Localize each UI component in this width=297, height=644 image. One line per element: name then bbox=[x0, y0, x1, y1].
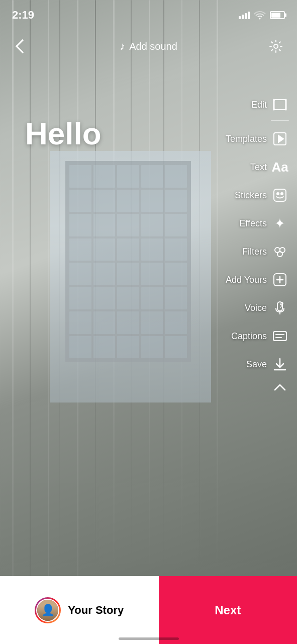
stickers-icon bbox=[271, 186, 289, 204]
next-label: Next bbox=[215, 603, 241, 617]
settings-icon bbox=[268, 39, 283, 54]
captions-tool[interactable]: Captions bbox=[228, 322, 292, 350]
effects-label: Effects bbox=[239, 218, 267, 229]
svg-rect-17 bbox=[273, 332, 286, 341]
edit-icon bbox=[271, 96, 289, 114]
effects-tool[interactable]: Effects ✦ bbox=[236, 209, 292, 237]
svg-point-0 bbox=[274, 44, 278, 48]
building-bg bbox=[65, 161, 191, 362]
svg-point-11 bbox=[277, 252, 282, 257]
text-icon: Aa bbox=[271, 158, 289, 176]
filters-icon bbox=[271, 243, 289, 261]
edit-tool[interactable]: Edit bbox=[248, 91, 292, 119]
filters-label: Filters bbox=[242, 247, 267, 257]
music-note-icon: ♪ bbox=[120, 40, 125, 53]
svg-point-8 bbox=[281, 193, 283, 195]
your-story-button[interactable]: 👤 Your Story bbox=[0, 576, 159, 644]
captions-label: Captions bbox=[231, 331, 267, 342]
svg-marker-5 bbox=[278, 135, 283, 142]
add-sound-label: Add sound bbox=[129, 41, 177, 52]
add-yours-tool[interactable]: Add Yours bbox=[223, 266, 292, 294]
templates-tool[interactable]: Templates bbox=[223, 125, 292, 153]
time-display: 2:19 bbox=[12, 9, 34, 22]
divider bbox=[271, 120, 289, 121]
text-tool[interactable]: Text Aa bbox=[247, 153, 292, 181]
text-label: Text bbox=[250, 162, 267, 173]
back-chevron-icon bbox=[16, 39, 30, 53]
next-button[interactable]: Next bbox=[159, 576, 298, 644]
save-tool[interactable]: Save bbox=[243, 350, 292, 378]
right-tools-panel: Edit Templates Text Aa Stickers bbox=[223, 91, 292, 396]
save-icon bbox=[271, 355, 289, 373]
add-yours-label: Add Yours bbox=[226, 275, 267, 285]
battery-icon bbox=[270, 11, 285, 19]
svg-rect-6 bbox=[274, 189, 286, 201]
add-sound-button[interactable]: ♪ Add sound bbox=[120, 40, 177, 53]
edit-label: Edit bbox=[251, 100, 267, 110]
settings-button[interactable] bbox=[265, 35, 287, 57]
collapse-tools-button[interactable] bbox=[271, 378, 289, 396]
voice-tool[interactable]: Voice bbox=[242, 294, 292, 322]
templates-label: Templates bbox=[226, 134, 267, 144]
stickers-tool[interactable]: Stickers bbox=[232, 181, 292, 209]
home-indicator bbox=[119, 637, 179, 640]
bottom-bar: 👤 Your Story Next bbox=[0, 576, 297, 644]
avatar-face: 👤 bbox=[37, 600, 58, 621]
add-yours-icon bbox=[271, 271, 289, 289]
svg-rect-1 bbox=[274, 100, 286, 110]
captions-icon bbox=[271, 327, 289, 345]
status-bar: 2:19 bbox=[0, 0, 297, 30]
back-button[interactable] bbox=[10, 35, 32, 57]
signal-icon bbox=[239, 12, 250, 19]
avatar-ring: 👤 bbox=[35, 597, 61, 623]
save-label: Save bbox=[246, 359, 267, 370]
effects-icon: ✦ bbox=[271, 214, 289, 232]
wifi-icon bbox=[254, 11, 266, 20]
top-navigation: ♪ Add sound bbox=[0, 35, 297, 57]
story-text-overlay: Hello bbox=[25, 116, 102, 151]
voice-label: Voice bbox=[245, 303, 267, 313]
avatar: 👤 bbox=[36, 599, 59, 622]
your-story-label: Your Story bbox=[68, 604, 124, 617]
templates-icon bbox=[271, 130, 289, 148]
filters-tool[interactable]: Filters bbox=[239, 237, 292, 266]
svg-point-7 bbox=[277, 193, 279, 195]
status-icons bbox=[239, 11, 285, 20]
stickers-label: Stickers bbox=[235, 190, 267, 201]
voice-icon bbox=[271, 299, 289, 317]
